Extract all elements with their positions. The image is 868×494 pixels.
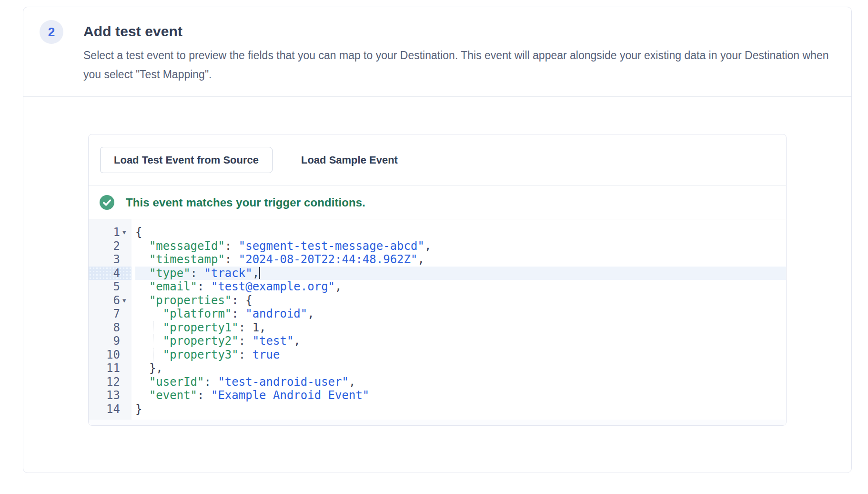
indent-guide (153, 334, 153, 348)
line-number: 4 (113, 267, 120, 280)
gutter-line: 7 (89, 307, 131, 321)
fold-arrow-icon[interactable]: ▾ (120, 294, 131, 308)
code-line[interactable]: "property3": true (135, 348, 786, 362)
line-number: 12 (106, 375, 120, 389)
code-line[interactable]: { (135, 226, 786, 239)
editor-code[interactable]: { "messageId": "segment-test-message-abc… (131, 219, 786, 420)
add-test-event-card: 2 Add test event Select a test event to … (23, 7, 852, 473)
json-token-punc: : (239, 321, 252, 334)
json-token-ws (135, 280, 149, 293)
gutter-line: 1▾ (89, 226, 131, 239)
code-line[interactable]: "userId": "test-android-user", (135, 375, 786, 389)
json-token-punc: { (135, 226, 142, 239)
json-token-ws (135, 348, 163, 361)
fold-spacer (120, 334, 131, 348)
json-token-punc: , (252, 267, 259, 280)
gutter-line: 2 (89, 239, 131, 253)
json-token-numv: 1 (252, 321, 259, 334)
json-token-key: "property3" (163, 348, 239, 361)
code-line[interactable]: "property1": 1, (135, 321, 786, 335)
json-token-key: "userId" (149, 375, 204, 389)
code-line[interactable]: } (135, 402, 786, 416)
fold-spacer (120, 307, 131, 321)
json-token-punc: , (349, 375, 355, 389)
line-number: 7 (113, 307, 120, 321)
fold-spacer (120, 253, 131, 267)
step-circle: 2 (40, 20, 63, 44)
line-number: 2 (113, 239, 120, 253)
json-token-punc: : (232, 307, 245, 320)
json-token-key: "property1" (163, 321, 239, 334)
line-number: 9 (113, 334, 120, 348)
json-token-punc: , (259, 321, 266, 334)
json-token-punc: : (197, 389, 211, 402)
json-token-str: "track" (204, 267, 252, 280)
code-line[interactable]: }, (135, 361, 786, 375)
json-token-str: "Example Android Event" (211, 389, 369, 402)
step-text: Add test event Select a test event to pr… (83, 20, 832, 96)
code-line[interactable]: "type": "track", (135, 267, 786, 280)
gutter-line: 12 (89, 375, 131, 389)
code-line[interactable]: "event": "Example Android Event" (135, 389, 786, 402)
json-token-key: "event" (149, 389, 197, 402)
json-token-ws (135, 375, 149, 389)
json-token-punc: , (417, 253, 424, 266)
json-token-ws (135, 267, 149, 280)
json-token-str: "test@example.org" (211, 280, 335, 293)
gutter-line: 5 (89, 280, 131, 294)
json-token-str: "test" (252, 334, 294, 348)
gutter-line: 6▾ (89, 294, 131, 308)
json-token-punc: { (245, 294, 252, 307)
json-token-str: "2024-08-20T22:44:48.962Z" (239, 253, 418, 266)
line-number: 6 (113, 294, 120, 308)
load-sample-event-button[interactable]: Load Sample Event (301, 154, 398, 166)
step-number: 2 (48, 25, 55, 40)
code-line[interactable]: "platform": "android", (135, 307, 786, 321)
page-title: Add test event (83, 22, 832, 41)
json-token-punc: : (191, 267, 204, 280)
json-token-ws (135, 239, 149, 253)
line-number: 10 (106, 348, 120, 362)
indent-guide (153, 348, 153, 362)
fold-spacer (120, 348, 131, 362)
code-line[interactable]: "timestamp": "2024-08-20T22:44:48.962Z", (135, 253, 786, 267)
json-token-key: "timestamp" (149, 253, 225, 266)
editor-bottom-strip (89, 420, 786, 425)
code-line[interactable]: "messageId": "segment-test-message-abcd"… (135, 239, 786, 253)
json-token-punc: , (307, 307, 314, 320)
line-number: 3 (113, 253, 120, 267)
json-token-key: "platform" (163, 307, 232, 320)
fold-spacer (120, 239, 131, 253)
step-description: Select a test event to preview the field… (83, 46, 829, 84)
json-code-editor[interactable]: 1▾23456▾7891011121314 { "messageId": "se… (89, 219, 786, 420)
line-number: 5 (113, 280, 120, 294)
line-number: 8 (113, 321, 120, 335)
json-token-punc: : (197, 280, 211, 293)
json-token-punc: , (293, 334, 300, 348)
fold-spacer (120, 267, 131, 280)
code-line[interactable]: "property2": "test", (135, 334, 786, 348)
json-token-ws (135, 334, 163, 348)
json-token-punc: : (239, 334, 252, 348)
gutter-line: 14 (89, 402, 131, 416)
line-number: 14 (106, 402, 120, 416)
fold-spacer (120, 375, 131, 389)
load-test-event-button[interactable]: Load Test Event from Source (100, 147, 273, 173)
json-token-key: "email" (149, 280, 197, 293)
json-token-punc: : (232, 294, 245, 307)
code-line[interactable]: "email": "test@example.org", (135, 280, 786, 294)
editor-gutter: 1▾23456▾7891011121314 (89, 219, 131, 420)
fold-arrow-icon[interactable]: ▾ (120, 226, 131, 239)
button-row: Load Test Event from Source Load Sample … (89, 134, 786, 186)
line-number: 13 (106, 389, 120, 402)
code-line[interactable]: "properties": { (135, 294, 786, 308)
gutter-line: 13 (89, 389, 131, 402)
json-token-ws (135, 294, 149, 307)
json-token-ws (135, 321, 163, 334)
gutter-line: 8 (89, 321, 131, 335)
json-token-str: "segment-test-message-abcd" (239, 239, 424, 253)
json-token-str: "android" (245, 307, 307, 320)
json-token-punc: , (424, 239, 431, 253)
test-event-panel: Load Test Event from Source Load Sample … (88, 134, 787, 426)
gutter-line: 4 (89, 267, 131, 280)
